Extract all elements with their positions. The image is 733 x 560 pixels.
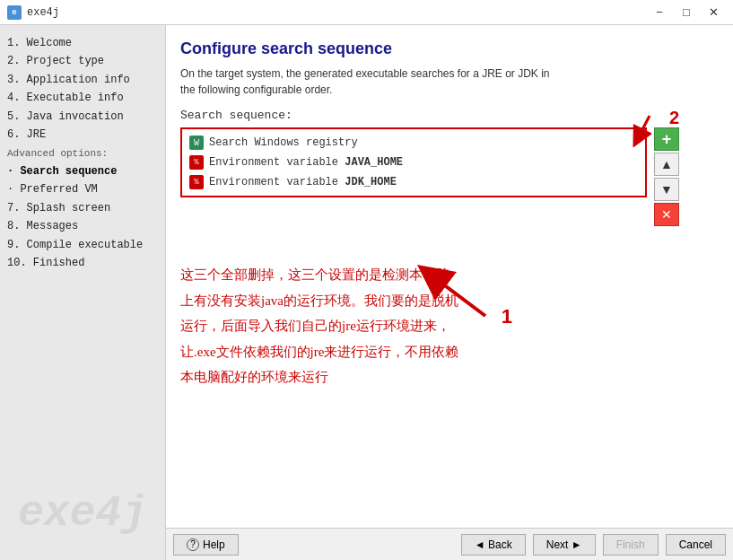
annotation-area: 1 这三个全部删掉，这三个设置的是检测本电脑 上有没有安装java的运行环境。我… (180, 262, 719, 390)
next-button[interactable]: Next ► (533, 534, 596, 556)
svg-line-0 (638, 116, 650, 138)
annotation-badge-2: 2 (669, 108, 679, 128)
app-icon: e (7, 5, 22, 20)
page-description: On the target system, the generated exec… (180, 66, 719, 98)
sidebar-item-splash[interactable]: 7. Splash screen (7, 199, 158, 217)
sidebar-item-app-info[interactable]: 3. Application info (7, 71, 158, 89)
content-area: Configure search sequence On the target … (166, 25, 733, 528)
sidebar-item-exec-info[interactable]: 4. Executable info (7, 89, 158, 107)
finish-button[interactable]: Finish (603, 534, 659, 556)
sidebar: 1. Welcome 2. Project type 3. Applicatio… (0, 25, 166, 560)
sidebar-item-search-sequence[interactable]: · Search sequence (7, 162, 158, 180)
help-icon: ? (187, 538, 199, 551)
sequence-item-jdk-home[interactable]: % Environment variable JDK_HOME (186, 172, 641, 192)
java-home-label: Environment variable JAVA_HOME (209, 156, 403, 169)
sidebar-item-compile[interactable]: 9. Compile executable (7, 236, 158, 254)
sidebar-item-jre[interactable]: 6. JRE (7, 126, 158, 144)
add-button[interactable]: + (654, 127, 679, 151)
right-panel: Configure search sequence On the target … (166, 25, 733, 560)
back-button[interactable]: ◄ Back (461, 534, 526, 556)
registry-icon: W (189, 136, 204, 150)
annotation-group-1: 1 (414, 262, 521, 328)
move-up-button[interactable]: ▲ (654, 153, 679, 176)
jdk-home-label: Environment variable JDK_HOME (209, 176, 397, 188)
maximize-button[interactable]: □ (674, 4, 699, 22)
main-layout: 1. Welcome 2. Project type 3. Applicatio… (0, 25, 733, 560)
sequence-item-registry[interactable]: W Search Windows registry (186, 133, 641, 153)
sequence-list-box: W Search Windows registry % Environment … (180, 127, 647, 197)
svg-line-1 (432, 276, 485, 316)
full-content-area: W Search Windows registry % Environment … (180, 127, 719, 521)
title-bar: e exe4j − □ ✕ (0, 0, 733, 25)
registry-label: Search Windows registry (209, 136, 358, 149)
annotation-arrow-2 (609, 111, 654, 151)
page-title: Configure search sequence (180, 39, 719, 58)
side-buttons: 2 + (650, 127, 679, 226)
sidebar-item-preferred-vm[interactable]: · Preferred VM (7, 180, 158, 198)
chinese-line-5: 本电脑配好的环境来运行 (180, 364, 719, 390)
help-button[interactable]: ? Help (173, 534, 239, 556)
help-label: Help (203, 538, 225, 551)
move-down-button[interactable]: ▼ (654, 178, 679, 201)
bottom-bar: ? Help ◄ Back Next ► Finish Cancel (166, 528, 733, 560)
env-icon-java: % (189, 155, 204, 170)
sidebar-watermark: exe4j (18, 477, 147, 551)
sidebar-item-welcome[interactable]: 1. Welcome (7, 34, 158, 52)
sequence-item-java-home[interactable]: % Environment variable JAVA_HOME (186, 153, 641, 172)
annotation-badge-1: 1 (502, 305, 512, 328)
title-bar-left: e exe4j (7, 5, 59, 20)
desc-line1: On the target system, the generated exec… (180, 67, 550, 80)
desc-line2: the following configurable order. (180, 83, 332, 96)
sidebar-advanced-label: Advanced options: (7, 145, 158, 162)
sidebar-item-finished[interactable]: 10. Finished (7, 254, 158, 272)
close-button[interactable]: ✕ (701, 4, 726, 22)
sidebar-item-project-type[interactable]: 2. Project type (7, 52, 158, 70)
sidebar-item-java-invoke[interactable]: 5. Java invocation (7, 108, 158, 126)
delete-button[interactable]: ✕ (654, 203, 679, 226)
cancel-button[interactable]: Cancel (666, 534, 726, 556)
minimize-button[interactable]: − (647, 4, 672, 22)
app-title: exe4j (27, 6, 59, 19)
sidebar-item-messages[interactable]: 8. Messages (7, 217, 158, 235)
chinese-line-4: 让.exe文件依赖我们的jre来进行运行，不用依赖 (180, 339, 719, 365)
title-bar-controls: − □ ✕ (647, 4, 726, 22)
env-icon-jdk: % (189, 175, 204, 189)
